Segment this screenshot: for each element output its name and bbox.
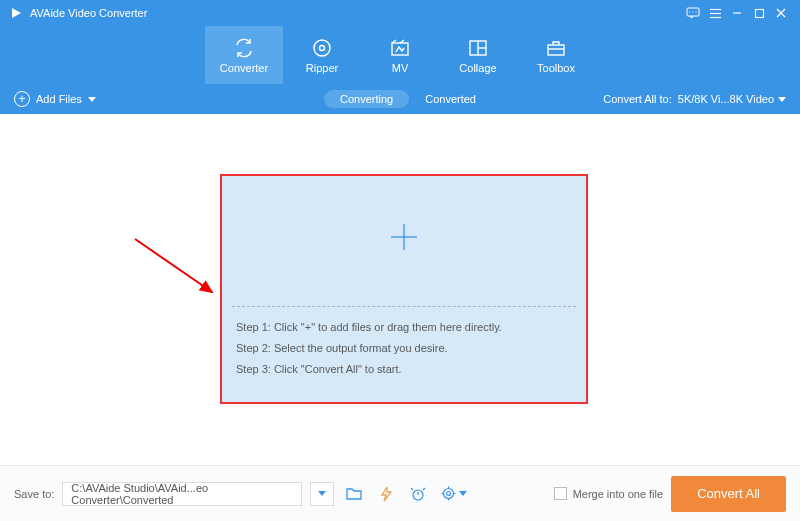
svg-rect-18: [548, 45, 564, 55]
mv-icon: [390, 37, 410, 59]
nav-label: Ripper: [306, 62, 338, 74]
settings-button[interactable]: [438, 482, 470, 506]
svg-point-4: [695, 11, 696, 12]
convert-all-button[interactable]: Convert All: [671, 476, 786, 512]
add-files-button[interactable]: + Add Files: [14, 91, 96, 107]
format-selected-value: 5K/8K Vi...8K Video: [678, 93, 774, 105]
nav-collage[interactable]: Collage: [439, 26, 517, 84]
app-title: AVAide Video Converter: [30, 7, 147, 19]
minimize-button[interactable]: [726, 2, 748, 24]
nav-mv[interactable]: MV: [361, 26, 439, 84]
convert-all-to-label: Convert All to:: [603, 93, 671, 105]
merge-checkbox[interactable]: Merge into one file: [554, 487, 664, 500]
svg-line-21: [135, 239, 212, 292]
open-folder-button[interactable]: [342, 482, 366, 506]
close-button[interactable]: [770, 2, 792, 24]
main-nav: Converter Ripper MV Collage Toolbox: [0, 26, 800, 84]
nav-toolbox[interactable]: Toolbox: [517, 26, 595, 84]
toolbox-icon: [546, 37, 566, 59]
save-path-dropdown[interactable]: [310, 482, 334, 506]
svg-rect-9: [755, 9, 763, 17]
save-to-label: Save to:: [14, 488, 54, 500]
svg-marker-0: [12, 8, 21, 18]
menu-icon[interactable]: [704, 2, 726, 24]
nav-label: MV: [392, 62, 409, 74]
nav-label: Toolbox: [537, 62, 575, 74]
nav-converter[interactable]: Converter: [205, 26, 283, 84]
svg-point-3: [692, 11, 693, 12]
nav-ripper[interactable]: Ripper: [283, 26, 361, 84]
svg-point-13: [320, 45, 325, 50]
merge-label: Merge into one file: [573, 488, 664, 500]
maximize-button[interactable]: [748, 2, 770, 24]
chevron-down-icon: [459, 491, 467, 496]
svg-point-27: [447, 492, 451, 496]
chevron-down-icon: [778, 97, 786, 102]
svg-point-26: [444, 489, 454, 499]
plus-circle-icon: +: [14, 91, 30, 107]
feedback-icon[interactable]: [682, 2, 704, 24]
step-text: Step 1: Click "+" to add files or drag t…: [236, 317, 572, 338]
save-path-field[interactable]: C:\AVAide Studio\AVAid...eo Converter\Co…: [62, 482, 302, 506]
ripper-icon: [312, 37, 332, 59]
step-text: Step 3: Click "Convert All" to start.: [236, 359, 572, 380]
converter-icon: [233, 37, 255, 59]
hardware-accel-button[interactable]: [374, 482, 398, 506]
chevron-down-icon: [88, 97, 96, 102]
add-files-label: Add Files: [36, 93, 82, 105]
dropzone-upper: [222, 176, 586, 306]
workspace: Step 1: Click "+" to add files or drag t…: [0, 114, 800, 465]
annotation-arrow: [130, 234, 225, 304]
output-format-select[interactable]: 5K/8K Vi...8K Video: [678, 93, 786, 105]
dropzone-steps: Step 1: Click "+" to add files or drag t…: [222, 307, 586, 390]
tab-converted[interactable]: Converted: [425, 93, 476, 105]
svg-point-2: [689, 11, 690, 12]
footer: Save to: C:\AVAide Studio\AVAid...eo Con…: [0, 465, 800, 521]
convert-all-label: Convert All: [697, 486, 760, 501]
nav-label: Converter: [220, 62, 268, 74]
checkbox-icon: [554, 487, 567, 500]
step-text: Step 2: Select the output format you des…: [236, 338, 572, 359]
nav-label: Collage: [459, 62, 496, 74]
subbar: + Add Files Converting Converted Convert…: [0, 84, 800, 114]
add-file-plus-button[interactable]: [387, 220, 421, 262]
chevron-down-icon: [318, 491, 326, 496]
collage-icon: [468, 37, 488, 59]
svg-point-12: [314, 40, 330, 56]
dropzone[interactable]: Step 1: Click "+" to add files or drag t…: [220, 174, 588, 404]
high-speed-button[interactable]: [406, 482, 430, 506]
app-logo-icon: [8, 5, 24, 21]
tab-converting[interactable]: Converting: [324, 90, 409, 108]
save-path-value: C:\AVAide Studio\AVAid...eo Converter\Co…: [71, 482, 293, 506]
titlebar: AVAide Video Converter: [0, 0, 800, 26]
